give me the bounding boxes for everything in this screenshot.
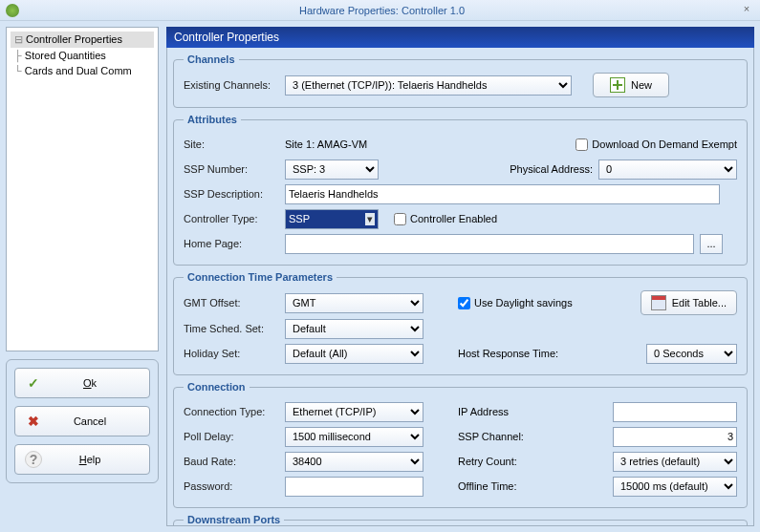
conntime-legend: Connection Time Parameters bbox=[184, 271, 337, 283]
daylight-label: Use Daylight savings bbox=[474, 297, 573, 309]
host-response-select[interactable]: 0 Seconds bbox=[646, 344, 737, 364]
channels-group: Channels Existing Channels: 3 (Ethernet … bbox=[173, 53, 748, 108]
ip-address-input[interactable] bbox=[613, 402, 737, 422]
app-icon bbox=[6, 4, 19, 17]
action-buttons: ✓ Ok ✖ Cancel ? Help bbox=[6, 359, 159, 483]
help-button[interactable]: ? Help bbox=[14, 444, 150, 475]
dod-exempt-checkbox[interactable] bbox=[575, 138, 588, 151]
home-page-input[interactable] bbox=[285, 234, 694, 254]
physical-address-select[interactable]: 0 bbox=[598, 160, 737, 180]
ssp-channel-label: SSP Channel: bbox=[458, 431, 534, 442]
close-icon[interactable]: × bbox=[739, 3, 754, 18]
offline-time-select[interactable]: 15000 ms (default) bbox=[613, 477, 737, 497]
help-label: elp bbox=[87, 454, 101, 465]
window-title: Hardware Properties: Controller 1.0 bbox=[25, 5, 739, 16]
password-label: Password: bbox=[184, 480, 279, 492]
channels-legend: Channels bbox=[184, 53, 239, 65]
retry-count-label: Retry Count: bbox=[458, 456, 534, 467]
daylight-checkbox[interactable] bbox=[458, 297, 470, 309]
connection-type-select[interactable]: Ethernet (TCP/IP) bbox=[285, 402, 423, 422]
cross-icon: ✖ bbox=[25, 413, 42, 430]
tree-item-controller-properties[interactable]: ⊟ Controller Properties bbox=[11, 32, 154, 48]
help-icon: ? bbox=[25, 451, 42, 468]
ssp-description-label: SSP Description: bbox=[184, 188, 279, 200]
edit-table-button[interactable]: Edit Table... bbox=[641, 290, 737, 315]
panel-header: Controller Properties bbox=[166, 27, 754, 48]
host-response-label: Host Response Time: bbox=[458, 348, 558, 359]
holiday-set-select[interactable]: Default (All) bbox=[285, 344, 423, 364]
gmt-offset-label: GMT Offset: bbox=[184, 297, 279, 309]
physical-address-label: Physical Address: bbox=[510, 163, 593, 175]
connection-legend: Connection bbox=[184, 381, 250, 393]
ssp-number-select[interactable]: SSP: 3 bbox=[285, 160, 379, 180]
retry-count-select[interactable]: 3 retries (default) bbox=[613, 452, 737, 472]
time-sched-select[interactable]: Default bbox=[285, 319, 423, 339]
attributes-group: Attributes Site: Site 1: AMAG-VM Downloa… bbox=[173, 114, 748, 266]
controller-type-select[interactable]: SSP▾ bbox=[285, 209, 379, 229]
calendar-icon bbox=[651, 295, 666, 310]
connection-type-label: Connection Type: bbox=[184, 406, 279, 417]
poll-delay-select[interactable]: 1500 millisecond bbox=[285, 427, 423, 447]
ssp-channel-input[interactable] bbox=[613, 427, 737, 447]
plus-icon bbox=[610, 77, 625, 93]
new-button[interactable]: New bbox=[593, 73, 669, 97]
downstream-legend: Downstream Ports bbox=[184, 514, 284, 525]
site-label: Site: bbox=[184, 138, 279, 150]
downstream-group: Downstream Ports Downstream Baud Rate: 3… bbox=[173, 514, 748, 526]
ok-button[interactable]: ✓ Ok bbox=[14, 368, 150, 398]
ip-address-label: IP Address bbox=[458, 406, 534, 417]
poll-delay-label: Poll Delay: bbox=[184, 431, 279, 442]
edit-table-label: Edit Table... bbox=[672, 297, 727, 309]
password-input[interactable] bbox=[285, 477, 423, 497]
baud-rate-label: Baud Rate: bbox=[184, 456, 279, 467]
gmt-offset-select[interactable]: GMT bbox=[285, 293, 423, 313]
home-page-label: Home Page: bbox=[184, 238, 279, 249]
ok-label: k bbox=[92, 377, 98, 389]
attributes-legend: Attributes bbox=[184, 114, 241, 125]
controller-type-label: Controller Type: bbox=[184, 213, 279, 224]
cancel-button[interactable]: ✖ Cancel bbox=[14, 406, 150, 436]
connection-group: Connection Connection Type: Ethernet (TC… bbox=[173, 381, 748, 508]
nav-tree: ⊟ Controller Properties ├ Stored Quantit… bbox=[6, 27, 159, 351]
new-label: New bbox=[631, 79, 652, 91]
ssp-number-label: SSP Number: bbox=[184, 163, 279, 175]
cancel-label: Cancel bbox=[57, 415, 122, 427]
tree-item-stored-quantities[interactable]: ├ Stored Quantities bbox=[11, 48, 154, 63]
connection-time-group: Connection Time Parameters GMT Offset: G… bbox=[173, 271, 748, 375]
check-icon: ✓ bbox=[25, 374, 42, 392]
existing-channels-label: Existing Channels: bbox=[184, 79, 279, 91]
site-value: Site 1: AMAG-VM bbox=[285, 138, 476, 150]
holiday-set-label: Holiday Set: bbox=[184, 348, 279, 359]
tree-item-cards-dual-comm[interactable]: └ Cards and Dual Comm bbox=[11, 63, 154, 78]
ssp-description-input[interactable] bbox=[285, 184, 720, 204]
controller-enabled-label: Controller Enabled bbox=[410, 213, 497, 224]
title-bar: Hardware Properties: Controller 1.0 × bbox=[0, 0, 760, 21]
offline-time-label: Offline Time: bbox=[458, 480, 534, 492]
baud-rate-select[interactable]: 38400 bbox=[285, 452, 423, 472]
time-sched-label: Time Sched. Set: bbox=[184, 323, 279, 334]
controller-enabled-checkbox[interactable] bbox=[394, 213, 406, 225]
existing-channels-select[interactable]: 3 (Ethernet (TCP/IP)): Telaeris Handheld… bbox=[285, 75, 572, 96]
dod-exempt-label: Download On Demand Exempt bbox=[592, 138, 737, 150]
browse-button[interactable]: ... bbox=[700, 234, 723, 254]
